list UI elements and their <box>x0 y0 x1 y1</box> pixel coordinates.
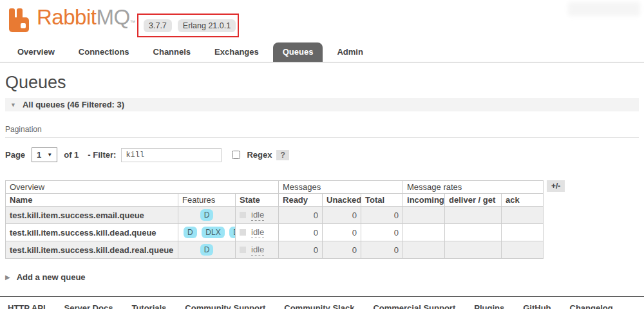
total-cell: 0 <box>361 241 403 259</box>
tab-exchanges[interactable]: Exchanges <box>205 42 269 62</box>
footer-link-commercial-support[interactable]: Commercial Support <box>373 303 455 309</box>
pagination-divider <box>5 137 639 138</box>
col-header-ready[interactable]: Ready <box>279 194 323 207</box>
all-queues-section-label: All queues (46 Filtered: 3) <box>23 100 124 109</box>
incoming-cell <box>403 207 445 224</box>
state-indicator-icon <box>240 247 246 253</box>
ready-cell: 0 <box>279 224 323 241</box>
group-header-messages: Messages <box>279 181 403 194</box>
regex-help-button[interactable]: ? <box>276 150 289 160</box>
chevron-down-icon: ▼ <box>10 102 16 108</box>
footer-link-community-slack[interactable]: Community Slack <box>284 303 354 309</box>
rabbitmq-logo[interactable]: RabbitMQ™ <box>9 6 135 34</box>
tab-overview[interactable]: Overview <box>8 42 64 62</box>
footer: HTTP API Server Docs Tutorials Community… <box>0 296 644 309</box>
page-label: Page <box>5 150 25 160</box>
chevron-right-icon: ▶ <box>5 274 10 281</box>
deliver-get-cell <box>445 207 502 224</box>
state-cell: idle <box>236 241 279 259</box>
footer-link-tutorials[interactable]: Tutorials <box>131 303 166 309</box>
queues-table: Overview Messages Message rates Name Fea… <box>5 180 544 259</box>
add-queue-label: Add a new queue <box>17 272 86 282</box>
page-select-value: 1 <box>37 150 41 160</box>
total-cell: 0 <box>361 224 403 241</box>
ack-cell <box>502 241 544 259</box>
feature-badge-dlk: DLK <box>229 227 235 238</box>
group-header-message-rates: Message rates <box>403 181 544 194</box>
ack-cell <box>502 224 544 241</box>
column-toggle-button[interactable]: +/- <box>547 180 565 192</box>
ready-cell: 0 <box>279 207 323 224</box>
col-header-features: Features <box>178 194 236 207</box>
page-select[interactable]: 1 ▼ <box>32 147 57 162</box>
col-header-incoming[interactable]: incoming <box>403 194 445 207</box>
incoming-cell <box>403 241 445 259</box>
col-header-ack[interactable]: ack <box>502 194 544 207</box>
ack-cell <box>502 207 544 224</box>
rabbitmq-rabbit-icon <box>9 8 35 34</box>
table-row: test.kill.item.success.email.queue D idl… <box>6 207 544 224</box>
add-queue-section-toggle[interactable]: ▶ Add a new queue <box>5 272 639 282</box>
group-header-overview: Overview <box>6 181 279 194</box>
unacked-cell: 0 <box>323 224 361 241</box>
total-cell: 0 <box>361 207 403 224</box>
footer-link-community-support[interactable]: Community Support <box>185 303 265 309</box>
queue-name-link[interactable]: test.kill.item.success.kill.dead.queue <box>6 224 178 241</box>
feature-badge-durable: D <box>200 244 214 256</box>
features-cell: D <box>178 207 236 224</box>
queue-name-link[interactable]: test.kill.item.success.email.queue <box>6 207 178 224</box>
footer-link-changelog[interactable]: Changelog <box>570 303 613 309</box>
features-cell: D DLX DLK <box>178 224 236 241</box>
main-content: Queues ▼ All queues (46 Filtered: 3) Pag… <box>0 73 644 282</box>
incoming-cell <box>403 224 445 241</box>
footer-link-github[interactable]: GitHub <box>523 303 551 309</box>
header: RabbitMQ™ 3.7.7 Erlang 21.0.1 <box>0 0 644 39</box>
tab-admin[interactable]: Admin <box>327 42 372 62</box>
unacked-cell: 0 <box>323 207 361 224</box>
state-indicator-icon <box>240 212 246 218</box>
filter-input[interactable] <box>121 148 222 162</box>
queues-table-wrap: Overview Messages Message rates Name Fea… <box>5 180 639 259</box>
col-header-unacked[interactable]: Unacked <box>323 194 361 207</box>
table-row: test.kill.item.success.kill.dead.queue D… <box>6 224 544 241</box>
erlang-version-badge: Erlang 21.0.1 <box>178 19 236 32</box>
col-header-name[interactable]: Name <box>6 194 178 207</box>
state-label: idle <box>251 210 264 221</box>
state-cell: idle <box>236 207 279 224</box>
footer-link-plugins[interactable]: Plugins <box>474 303 504 309</box>
feature-badge-durable: D <box>200 209 214 221</box>
col-header-state[interactable]: State <box>236 194 279 207</box>
features-cell: D <box>178 241 236 259</box>
feature-badge-durable: D <box>184 227 197 238</box>
state-indicator-icon <box>240 229 246 236</box>
filter-label: - Filter: <box>88 150 116 160</box>
footer-link-http-api[interactable]: HTTP API <box>8 303 46 309</box>
page-title: Queues <box>5 73 639 93</box>
col-header-deliver-get[interactable]: deliver / get <box>445 194 502 207</box>
select-caret-icon: ▼ <box>47 152 52 158</box>
tab-channels[interactable]: Channels <box>144 42 201 62</box>
all-queues-section-toggle[interactable]: ▼ All queues (46 Filtered: 3) <box>5 98 639 111</box>
tab-queues[interactable]: Queues <box>273 42 323 62</box>
deliver-get-cell <box>445 241 502 259</box>
red-annotation-box: 3.7.7 Erlang 21.0.1 <box>137 14 239 37</box>
tab-connections[interactable]: Connections <box>69 42 139 62</box>
brand-text: RabbitMQ™ <box>37 6 135 34</box>
pagination-heading: Pagination <box>5 125 639 134</box>
pagination-controls: Page 1 ▼ of 1 - Filter: Regex ? <box>5 147 639 162</box>
col-header-total[interactable]: Total <box>361 194 403 207</box>
state-label: idle <box>251 245 264 256</box>
regex-checkbox[interactable] <box>232 151 240 159</box>
table-row: test.kill.item.success.kill.dead.real.qu… <box>6 241 544 259</box>
deliver-get-cell <box>445 224 502 241</box>
ready-cell: 0 <box>279 241 323 259</box>
page-of-label: of 1 <box>64 150 79 160</box>
rabbitmq-version-badge: 3.7.7 <box>144 19 172 32</box>
feature-badge-dlx: DLX <box>202 227 224 238</box>
unacked-cell: 0 <box>323 241 361 259</box>
state-cell: idle <box>236 224 279 241</box>
footer-link-server-docs[interactable]: Server Docs <box>64 303 113 309</box>
redacted-user-info <box>568 2 640 16</box>
main-nav: Overview Connections Channels Exchanges … <box>0 42 644 62</box>
queue-name-link[interactable]: test.kill.item.success.kill.dead.real.qu… <box>6 241 178 259</box>
